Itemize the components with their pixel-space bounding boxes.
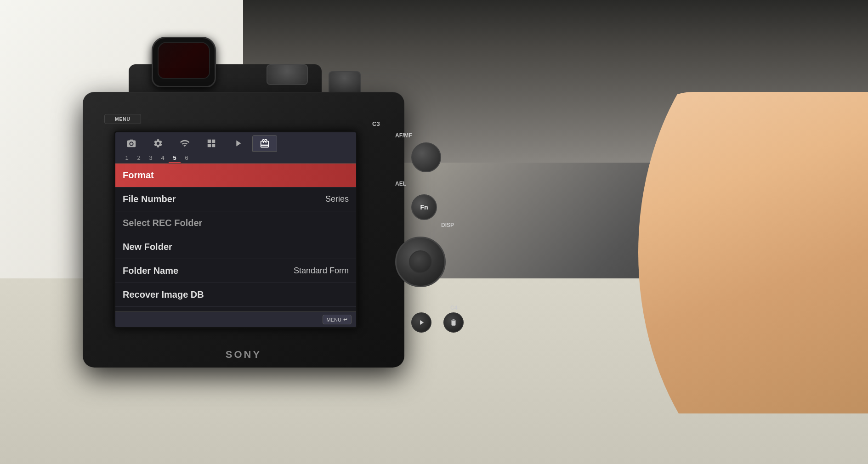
tab-grid[interactable] — [199, 135, 224, 152]
tab-num-4[interactable]: 4 — [157, 153, 169, 163]
menu-item-folder-name[interactable]: Folder Name Standard Form — [115, 259, 356, 283]
menu-back-icon: ↩ — [343, 317, 347, 323]
playback-button[interactable] — [411, 312, 431, 333]
tab-icons-row — [119, 135, 352, 152]
menu-item-rec-folder-label: Select REC Folder — [123, 218, 202, 228]
menu-button[interactable]: MENU — [104, 114, 141, 124]
viewfinder — [152, 37, 216, 87]
camera-body: MENU — [83, 92, 404, 368]
menu-item-recover-db-label: Recover Image DB — [123, 289, 204, 300]
lcd-inner: 1 2 3 4 5 6 Format File Number Se — [115, 132, 356, 327]
menu-footer: MENU ↩ — [115, 311, 356, 327]
menu-back-label: MENU — [327, 317, 341, 323]
tab-num-3[interactable]: 3 — [145, 153, 157, 163]
menu-item-folder-name-label: Folder Name — [123, 266, 178, 276]
scroll-wheel-center[interactable] — [409, 250, 432, 273]
menu-item-rec-folder[interactable]: Select REC Folder — [115, 211, 356, 235]
c4-label-display: C4 — [450, 303, 457, 311]
tab-num-2[interactable]: 2 — [133, 153, 145, 163]
menu-back-button[interactable]: MENU ↩ — [323, 315, 352, 324]
hand — [638, 92, 868, 413]
menu-item-file-number-label: File Number — [123, 194, 176, 204]
c3-label: C3 — [372, 119, 380, 128]
tab-numbers-row: 1 2 3 4 5 6 — [119, 153, 352, 163]
tab-camera[interactable] — [119, 135, 144, 152]
tab-num-1[interactable]: 1 — [121, 153, 133, 163]
menu-item-format[interactable]: Format — [115, 164, 356, 187]
tab-setup[interactable] — [252, 135, 277, 152]
afmf-label-display: AF/MF — [395, 131, 412, 139]
menu-item-new-folder-label: New Folder — [123, 242, 172, 252]
menu-item-file-number[interactable]: File Number Series — [115, 187, 356, 211]
joystick-button[interactable] — [411, 142, 441, 172]
tab-bar: 1 2 3 4 5 6 — [115, 132, 356, 164]
menu-button-label: MENU — [115, 117, 130, 122]
tab-wireless[interactable] — [172, 135, 197, 152]
menu-item-file-number-value: Series — [325, 194, 349, 204]
viewfinder-eye — [158, 42, 210, 79]
scroll-wheel[interactable] — [395, 230, 446, 294]
top-dial-1[interactable] — [267, 64, 308, 85]
joystick-area — [411, 142, 441, 172]
menu-item-format-label: Format — [123, 170, 154, 181]
tab-num-6[interactable]: 6 — [181, 153, 193, 163]
menu-item-folder-name-value: Standard Form — [294, 266, 349, 276]
fn-button[interactable]: Fn — [411, 191, 437, 224]
menu-item-new-folder[interactable]: New Folder — [115, 235, 356, 259]
menu-list: Format File Number Series Select REC Fol… — [115, 164, 356, 311]
menu-item-recover-db[interactable]: Recover Image DB — [115, 283, 356, 307]
disp-label-display: DISP — [441, 221, 454, 229]
top-dial-2[interactable] — [329, 71, 361, 94]
tab-playback[interactable] — [226, 135, 250, 152]
lcd-screen: 1 2 3 4 5 6 Format File Number Se — [114, 131, 357, 328]
tab-num-5[interactable]: 5 — [169, 153, 181, 163]
tab-settings[interactable] — [146, 135, 170, 152]
ael-label-display: AEL — [395, 179, 406, 187]
sony-brand-label: SONY — [83, 349, 404, 361]
delete-button[interactable] — [443, 312, 464, 333]
